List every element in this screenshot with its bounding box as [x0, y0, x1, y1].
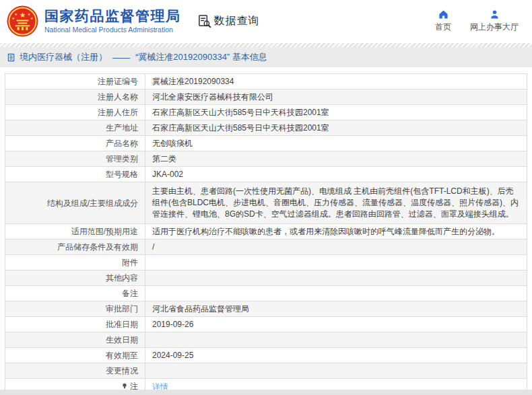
table-row: 产品名称 无创咳痰机	[5, 136, 527, 151]
table-row: 批准日期 2019-09-26	[5, 317, 527, 332]
nav-online-hall[interactable]: 网上办事大厅	[470, 9, 519, 33]
breadcrumb: 境内医疗器械（注册） —— “冀械注准20192090334” 基本信息	[0, 47, 532, 67]
document-search-icon	[197, 14, 211, 28]
table-row: 附件	[5, 255, 527, 271]
svg-text:★: ★	[15, 12, 18, 15]
row-label: 其他内容	[5, 271, 145, 286]
breadcrumb-current: “冀械注准20192090334” 基本信息	[135, 51, 267, 63]
row-value	[145, 363, 527, 379]
table-row: 注册人名称 河北全康安医疗器械科技有限公司	[5, 89, 527, 105]
table-row: 结构及组成/主要组成成分 主要由主机、患者回路(一次性使用无菌产品)、电缆组成 …	[5, 182, 527, 224]
row-label: 管理类别	[5, 151, 145, 167]
row-value	[145, 255, 527, 271]
table-row: 适用范围/预期用途 适用于医疗机构治疗不能咳嗽的患者，或者用来清除因咳嗽时的呼气…	[5, 224, 527, 240]
agency-name-en: National Medical Products Administration	[44, 26, 181, 34]
table-row: 型号规格 JKA-002	[5, 167, 527, 182]
table-row: 变更情况	[5, 363, 527, 379]
national-emblem-icon: ★ ★ ★ ★ ★	[7, 5, 38, 37]
table-row: 其他内容	[5, 271, 527, 286]
row-label: 有效期至	[5, 348, 145, 363]
svg-text:★: ★	[12, 16, 15, 20]
row-value	[145, 271, 527, 286]
row-value: 石家庄高新区天山大街585号日中天科技园2001室	[145, 105, 527, 120]
table-row: 生效日期	[5, 332, 527, 348]
row-label: 注册人住所	[5, 105, 145, 120]
agency-name-zh: 国家药品监督管理局	[44, 8, 181, 24]
row-label: 审批部门	[5, 301, 145, 317]
row-value	[145, 332, 527, 348]
row-label: 产品储存条件及有效期	[5, 240, 145, 255]
table-row: 注册证编号 冀械注准20192090334	[5, 74, 527, 89]
table-row: 产品储存条件及有效期 /	[5, 240, 527, 255]
main-content: 注册证编号 冀械注准20192090334 注册人名称 河北全康安医疗器械科技有…	[0, 67, 532, 395]
page-header: ★ ★ ★ ★ ★ 国家药品监督管理局 National Medical Pro…	[0, 0, 532, 42]
row-label: 变更情况	[5, 363, 145, 379]
user-icon	[490, 9, 500, 20]
page-icon	[7, 53, 15, 62]
agency-logo: ★ ★ ★ ★ ★ 国家药品监督管理局 National Medical Pro…	[7, 5, 181, 37]
row-label: 备注	[5, 286, 145, 301]
row-value: 2019-09-26	[145, 317, 527, 332]
module-title: 数据查询	[214, 14, 260, 28]
nav-home-label: 首页	[435, 22, 451, 33]
home-icon	[438, 9, 448, 20]
svg-text:★: ★	[20, 10, 26, 18]
row-value: 冀械注准20192090334	[145, 74, 527, 89]
nav-hall-label: 网上办事大厅	[470, 22, 519, 33]
table-row: 生产地址 石家庄高新区天山大街585号日中天科技园2001室	[5, 120, 527, 136]
registration-detail-table: 注册证编号 冀械注准20192090334 注册人名称 河北全康安医疗器械科技有…	[5, 73, 527, 395]
breadcrumb-section[interactable]: 境内医疗器械（注册）	[20, 51, 107, 63]
table-row: 管理类别 第二类	[5, 151, 527, 167]
row-label: 产品名称	[5, 136, 145, 151]
row-label: 批准日期	[5, 317, 145, 332]
footer-strip	[0, 390, 532, 395]
row-label: 型号规格	[5, 167, 145, 182]
row-value: JKA-002	[145, 167, 527, 182]
table-row: 有效期至 2024-09-25	[5, 348, 527, 363]
table-row: 备注	[5, 286, 527, 301]
row-value	[145, 286, 527, 301]
row-value: 无创咳痰机	[145, 136, 527, 151]
row-label: 注册证编号	[5, 74, 145, 89]
row-value: 河北全康安医疗器械科技有限公司	[145, 89, 527, 105]
row-value: 2024-09-25	[145, 348, 527, 363]
table-row: 审批部门 河北省食品药品监督管理局	[5, 301, 527, 317]
row-value: /	[145, 240, 527, 255]
row-label: 结构及组成/主要组成成分	[5, 182, 145, 224]
data-query-module: 数据查询	[197, 14, 260, 28]
row-label: 生效日期	[5, 332, 145, 348]
row-value: 适用于医疗机构治疗不能咳嗽的患者，或者用来清除因咳嗽时的呼气峰流量降低而产生的分…	[145, 224, 527, 240]
row-value: 第二类	[145, 151, 527, 167]
row-label: 注册人名称	[5, 89, 145, 105]
svg-text:★: ★	[30, 16, 34, 20]
row-label: 附件	[5, 255, 145, 271]
breadcrumb-separator: ——	[112, 52, 130, 63]
row-value: 主要由主机、患者回路(一次性使用无菌产品)、电缆组成 主机由前壳组件(包含TFT…	[145, 182, 527, 224]
row-label: 适用范围/预期用途	[5, 224, 145, 240]
header-nav: 首页 网上办事大厅	[435, 9, 519, 33]
row-label: 生产地址	[5, 120, 145, 136]
row-value: 河北省食品药品监督管理局	[145, 301, 527, 317]
table-row: 注册人住所 石家庄高新区天山大街585号日中天科技园2001室	[5, 105, 527, 120]
svg-text:★: ★	[28, 12, 31, 15]
row-value: 石家庄高新区天山大街585号日中天科技园2001室	[145, 120, 527, 136]
nav-home[interactable]: 首页	[435, 9, 451, 33]
